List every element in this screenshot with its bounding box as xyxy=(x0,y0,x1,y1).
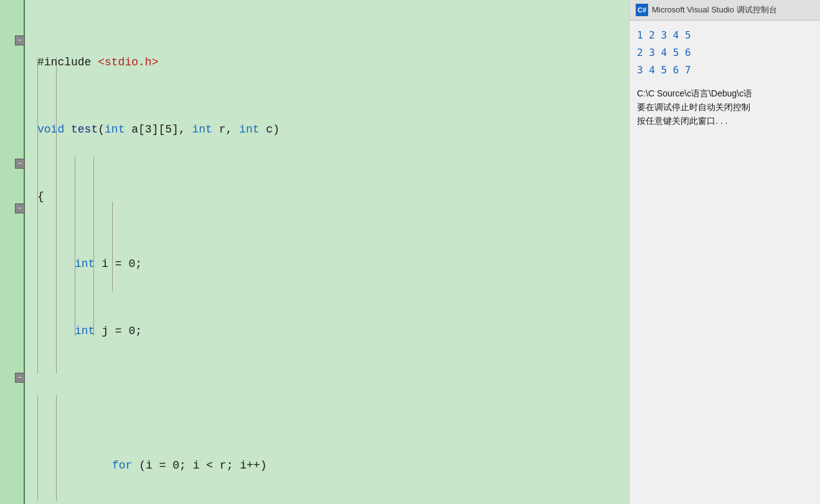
collapse-marker-main[interactable]: − xyxy=(15,373,25,383)
console-output: 1 2 3 4 5 2 3 4 5 6 3 4 5 6 7 C:\C Sourc… xyxy=(629,21,820,134)
console-icon: C# xyxy=(636,4,648,16)
console-titlebar: C# Microsoft Visual Studio 调试控制台 xyxy=(629,0,820,21)
console-path: C:\C Source\c语言\Debug\c语 要在调试停止时自动关闭控制 按… xyxy=(637,86,813,128)
console-line-2: 2 3 4 5 6 xyxy=(637,44,813,62)
line-int-j: int j = 0; xyxy=(37,320,623,342)
line-test-decl: void test(int a[3][5], int r, int c) xyxy=(37,118,623,141)
console-line-3: 3 4 5 6 7 xyxy=(637,62,813,79)
collapse-marker-for1[interactable]: − xyxy=(15,159,25,169)
line-for-i: for (i = 0; i < r; i++) xyxy=(37,454,623,477)
line-open-brace-1: { xyxy=(37,185,623,208)
line-blank-1 xyxy=(37,387,623,409)
console-line-1: 1 2 3 4 5 xyxy=(637,27,813,44)
console-title: Microsoft Visual Studio 调试控制台 xyxy=(652,4,777,16)
collapse-marker-test[interactable]: − xyxy=(15,35,25,45)
editor-gutter xyxy=(0,0,25,504)
console-panel: C# Microsoft Visual Studio 调试控制台 1 2 3 4… xyxy=(629,0,820,504)
line-include: #include <stdio.h> xyxy=(37,51,623,73)
line-int-i: int i = 0; xyxy=(37,253,623,275)
code-editor[interactable]: − − − − #include <stdio.h> void test(int… xyxy=(0,0,629,504)
collapse-marker-for2[interactable]: − xyxy=(15,203,25,213)
code-content: #include <stdio.h> void test(int a[3][5]… xyxy=(25,0,629,504)
